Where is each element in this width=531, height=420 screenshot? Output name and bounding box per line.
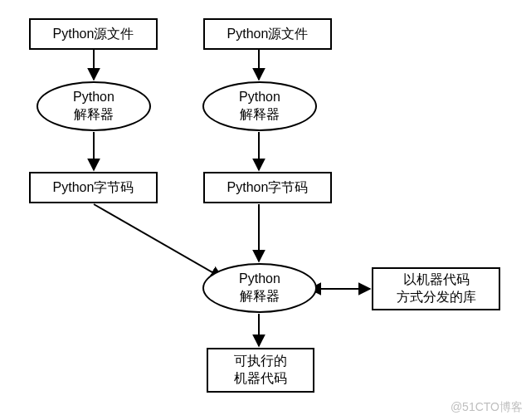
node-bytecode-right: Python字节码 [203,172,332,203]
node-bytecode-left-label: Python字节码 [53,179,134,197]
node-source-right: Python源文件 [203,18,332,50]
node-source-right-label: Python源文件 [227,26,309,43]
node-bytecode-left: Python字节码 [29,172,158,203]
node-interpreter-right: Python 解释器 [202,81,317,131]
node-source-left: Python源文件 [29,18,158,50]
arrow-bytecode-left-to-interp-center [94,204,222,278]
node-interpreter-center: Python 解释器 [202,263,317,313]
node-interpreter-left-label: Python 解释器 [73,89,114,124]
node-library: 以机器代码 方式分发的库 [372,267,500,310]
node-library-label: 以机器代码 方式分发的库 [397,271,476,306]
node-executable-label: 可执行的 机器代码 [234,353,287,388]
watermark: @51CTO博客 [451,400,523,415]
node-interpreter-center-label: Python 解释器 [239,271,280,305]
node-interpreter-right-label: Python 解释器 [239,89,280,124]
node-executable: 可执行的 机器代码 [207,348,314,393]
node-interpreter-left: Python 解释器 [37,81,151,131]
node-source-left-label: Python源文件 [53,26,134,43]
node-bytecode-right-label: Python字节码 [227,179,309,197]
